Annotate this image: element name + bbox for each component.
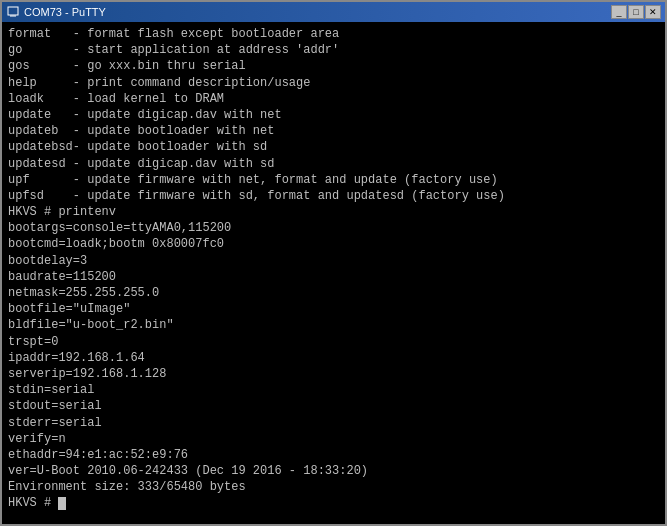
terminal-line: Environment size: 333/65480 bytes bbox=[8, 479, 659, 495]
close-button[interactable]: ✕ bbox=[645, 5, 661, 19]
terminal-line: baudrate=115200 bbox=[8, 269, 659, 285]
terminal-line: netmask=255.255.255.0 bbox=[8, 285, 659, 301]
terminal-line: ethaddr=94:e1:ac:52:e9:76 bbox=[8, 447, 659, 463]
terminal-line: bldfile="u-boot_r2.bin" bbox=[8, 317, 659, 333]
terminal-line: bootargs=console=ttyAMA0,115200 bbox=[8, 220, 659, 236]
terminal-line: stdout=serial bbox=[8, 398, 659, 414]
terminal-icon bbox=[6, 5, 20, 19]
terminal-line: gos - go xxx.bin thru serial bbox=[8, 58, 659, 74]
terminal-area[interactable]: format - format flash except bootloader … bbox=[2, 22, 665, 524]
svg-rect-0 bbox=[8, 7, 18, 15]
terminal-line: update - update digicap.dav with net bbox=[8, 107, 659, 123]
terminal-line: updatesd - update digicap.dav with sd bbox=[8, 156, 659, 172]
terminal-cursor bbox=[58, 497, 66, 510]
terminal-line: HKVS # printenv bbox=[8, 204, 659, 220]
putty-window: COM73 - PuTTY _ □ ✕ format - format flas… bbox=[0, 0, 667, 526]
terminal-line: help - print command description/usage bbox=[8, 75, 659, 91]
terminal-line: upf - update firmware with net, format a… bbox=[8, 172, 659, 188]
terminal-line: loadk - load kernel to DRAM bbox=[8, 91, 659, 107]
terminal-line: bootdelay=3 bbox=[8, 253, 659, 269]
titlebar: COM73 - PuTTY _ □ ✕ bbox=[2, 2, 665, 22]
terminal-output: format - format flash except bootloader … bbox=[8, 26, 659, 512]
terminal-line: stderr=serial bbox=[8, 415, 659, 431]
terminal-line: ver=U-Boot 2010.06-242433 (Dec 19 2016 -… bbox=[8, 463, 659, 479]
terminal-line: serverip=192.168.1.128 bbox=[8, 366, 659, 382]
terminal-line: ipaddr=192.168.1.64 bbox=[8, 350, 659, 366]
maximize-button[interactable]: □ bbox=[628, 5, 644, 19]
terminal-line: trspt=0 bbox=[8, 334, 659, 350]
minimize-button[interactable]: _ bbox=[611, 5, 627, 19]
terminal-line: go - start application at address 'addr' bbox=[8, 42, 659, 58]
terminal-line: format - format flash except bootloader … bbox=[8, 26, 659, 42]
terminal-line: HKVS # bbox=[8, 495, 659, 511]
terminal-line: upfsd - update firmware with sd, format … bbox=[8, 188, 659, 204]
terminal-line: updatebsd- update bootloader with sd bbox=[8, 139, 659, 155]
terminal-line: bootcmd=loadk;bootm 0x80007fc0 bbox=[8, 236, 659, 252]
terminal-line: bootfile="uImage" bbox=[8, 301, 659, 317]
terminal-line: updateb - update bootloader with net bbox=[8, 123, 659, 139]
terminal-line: verify=n bbox=[8, 431, 659, 447]
window-controls: _ □ ✕ bbox=[611, 5, 661, 19]
terminal-line: stdin=serial bbox=[8, 382, 659, 398]
titlebar-left: COM73 - PuTTY bbox=[6, 5, 106, 19]
window-title: COM73 - PuTTY bbox=[24, 6, 106, 18]
